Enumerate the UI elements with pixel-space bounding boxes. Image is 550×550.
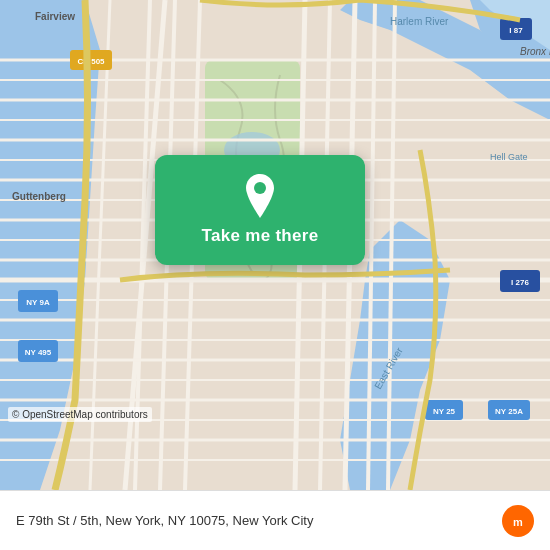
osm-attribution: © OpenStreetMap contributors [8,407,152,422]
take-me-there-button[interactable]: Take me there [202,226,319,246]
map-container: NY 9A NY 495 I 87 I 276 CR 505 NY 25 NY … [0,0,550,490]
svg-text:NY 495: NY 495 [25,348,52,357]
svg-text:I 276: I 276 [511,278,529,287]
moovit-icon: m [502,505,534,537]
svg-text:Guttenberg: Guttenberg [12,191,66,202]
svg-text:Harlem River: Harlem River [390,16,449,27]
svg-point-59 [254,182,266,194]
bottom-bar: E 79th St / 5th, New York, NY 10075, New… [0,490,550,550]
svg-text:Bronx K: Bronx K [520,46,550,57]
moovit-logo: m [502,505,534,537]
svg-text:m: m [513,516,523,528]
svg-text:Hell Gate: Hell Gate [490,152,528,162]
location-text: E 79th St / 5th, New York, NY 10075, New… [16,513,492,528]
svg-text:NY 9A: NY 9A [26,298,50,307]
svg-text:NY 25: NY 25 [433,407,456,416]
svg-text:NY 25A: NY 25A [495,407,523,416]
svg-text:CR 505: CR 505 [77,57,105,66]
svg-text:I 87: I 87 [509,26,523,35]
svg-text:Fairview: Fairview [35,11,75,22]
location-pin-icon [242,174,278,218]
card-overlay[interactable]: Take me there [155,155,365,265]
